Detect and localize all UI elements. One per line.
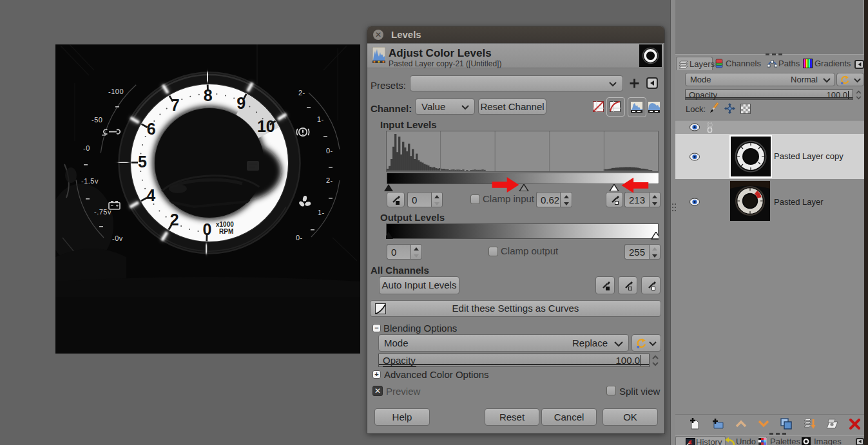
- layers-dock: Layers Channels Paths: [675, 0, 864, 445]
- advanced-color-expander[interactable]: +: [372, 370, 381, 379]
- dock-tab-menu-button[interactable]: [854, 60, 864, 69]
- output-white-spinner[interactable]: [649, 244, 661, 260]
- layer-thumbnail[interactable]: [730, 181, 770, 221]
- layer-mode-reset-button[interactable]: [836, 73, 864, 86]
- tab-layers[interactable]: Layers: [676, 57, 713, 70]
- lock-alpha-icon[interactable]: [740, 104, 751, 114]
- linear-toggle-icon[interactable]: [593, 101, 604, 112]
- duplicate-layer-button[interactable]: [780, 418, 792, 430]
- layer-mode-combo[interactable]: Mode Normal: [685, 73, 835, 86]
- blend-mode-combo[interactable]: Mode Replace: [378, 334, 629, 352]
- output-black-value[interactable]: 0: [387, 244, 410, 260]
- dialog-close-button[interactable]: ✕: [373, 30, 383, 40]
- merge-layer-button[interactable]: [804, 418, 816, 430]
- cancel-button[interactable]: Cancel: [541, 408, 597, 426]
- tab-history[interactable]: History: [675, 436, 726, 445]
- auto-input-levels-button[interactable]: Auto Input Levels: [379, 276, 459, 294]
- input-black-spinner[interactable]: [431, 192, 443, 207]
- gauge-number: 4: [146, 186, 155, 204]
- input-histogram[interactable]: [386, 131, 659, 172]
- layers-toolbar: [675, 414, 864, 433]
- tab-images[interactable]: Images: [802, 436, 848, 445]
- output-white-slider[interactable]: [651, 232, 659, 239]
- histogram-linear-icon: [631, 102, 642, 113]
- all-pick-black-button[interactable]: [595, 276, 615, 294]
- clamp-input-checkbox[interactable]: [470, 194, 480, 204]
- layer-thumbnail[interactable]: [729, 135, 772, 178]
- clamp-output-checkbox[interactable]: [488, 247, 498, 256]
- add-mask-button[interactable]: [826, 419, 838, 429]
- help-button[interactable]: Help: [374, 408, 430, 426]
- layer-visible-eye-icon[interactable]: [690, 198, 700, 206]
- output-sliders[interactable]: [386, 232, 659, 240]
- all-pick-gray-button[interactable]: [618, 276, 637, 294]
- tab-paths[interactable]: Paths: [766, 57, 801, 70]
- blend-space-reset-button[interactable]: [632, 334, 661, 352]
- preview-checkbox[interactable]: ✕: [372, 386, 383, 396]
- new-group-button[interactable]: [712, 419, 724, 429]
- blend-opacity-label: Opacity: [383, 355, 416, 367]
- channel-label: Channel:: [371, 103, 412, 114]
- edit-as-curves-button[interactable]: Edit these Settings as Curves: [370, 300, 661, 317]
- output-black-spinner[interactable]: [410, 244, 422, 260]
- layer-row-pasted-layer[interactable]: Pasted Layer: [675, 179, 864, 224]
- dialog-titlebar[interactable]: ✕ Levels: [367, 26, 664, 43]
- dock-handle[interactable]: [769, 433, 786, 435]
- pick-black-point-button[interactable]: [387, 192, 405, 207]
- red-arrow-right: [621, 178, 648, 193]
- new-layer-button[interactable]: [690, 418, 700, 430]
- blend-mode-label: Mode: [384, 337, 409, 348]
- layer-list-header: [675, 120, 864, 135]
- all-pick-white-button[interactable]: [641, 276, 661, 294]
- blending-options-expander[interactable]: −: [372, 324, 381, 332]
- eyedropper-gray-icon: [623, 281, 633, 291]
- side-scale-label: -50: [92, 116, 102, 124]
- tab-gradients[interactable]: Gradients: [802, 57, 851, 70]
- output-white-value[interactable]: 255: [624, 244, 649, 260]
- reset-button[interactable]: Reset: [485, 408, 539, 426]
- ok-button[interactable]: OK: [603, 408, 658, 426]
- perceptual-toggle-button[interactable]: [606, 97, 625, 117]
- bottom-tab-menu-button[interactable]: [856, 438, 864, 445]
- layer-opacity-spinner[interactable]: [855, 90, 862, 100]
- eyedropper-black-icon: [601, 281, 611, 291]
- layer-opacity-slider[interactable]: Opacity 100.0: [685, 90, 853, 100]
- histogram-linear-toggle-button[interactable]: [628, 97, 646, 117]
- blend-opacity-slider[interactable]: Opacity 100.0: [378, 354, 650, 367]
- blend-opacity-spinner[interactable]: [651, 355, 659, 366]
- edit-as-curves-label: Edit these Settings as Curves: [452, 303, 579, 314]
- input-levels-label: Input Levels: [380, 119, 437, 130]
- tab-palettes[interactable]: Palettes: [758, 436, 802, 445]
- raise-layer-button[interactable]: [735, 420, 747, 428]
- blend-mode-value: Replace: [572, 337, 608, 348]
- images-icon: [802, 437, 811, 445]
- split-view-checkbox[interactable]: [606, 386, 616, 395]
- presets-combo[interactable]: [410, 75, 623, 91]
- tab-undo[interactable]: Undo: [726, 436, 757, 445]
- red-arrow-left: [492, 177, 519, 193]
- presets-menu-button[interactable]: [646, 77, 658, 89]
- side-scale-label: -0v: [112, 234, 123, 242]
- advanced-color-label: Advanced Color Options: [384, 369, 489, 380]
- dialog-title: Levels: [391, 29, 421, 40]
- blending-options-label: Blending Options: [383, 323, 457, 334]
- lock-position-icon[interactable]: [724, 103, 735, 114]
- layer-name[interactable]: Pasted Layer: [774, 197, 824, 207]
- delete-layer-button[interactable]: [849, 419, 860, 430]
- layer-row-pasted-layer-copy[interactable]: Pasted Layer copy: [675, 134, 864, 179]
- histogram-log-icon[interactable]: [648, 102, 660, 113]
- dock-handle[interactable]: [766, 53, 782, 55]
- output-black-slider[interactable]: [386, 232, 393, 239]
- lower-layer-button[interactable]: [758, 420, 769, 428]
- input-black-value[interactable]: 0: [407, 192, 431, 207]
- reset-channel-button[interactable]: Reset Channel: [478, 99, 546, 115]
- layer-name[interactable]: Pasted Layer copy: [774, 151, 844, 161]
- lock-pixels-icon[interactable]: [708, 102, 720, 115]
- layer-visible-eye-icon[interactable]: [690, 153, 700, 161]
- annotation-arrows: [482, 176, 662, 197]
- channel-combo[interactable]: Value: [415, 99, 475, 115]
- add-preset-button[interactable]: [629, 78, 640, 89]
- input-black-slider[interactable]: [384, 184, 393, 191]
- tab-channels[interactable]: Channels: [713, 57, 766, 70]
- paths-icon: [767, 59, 777, 68]
